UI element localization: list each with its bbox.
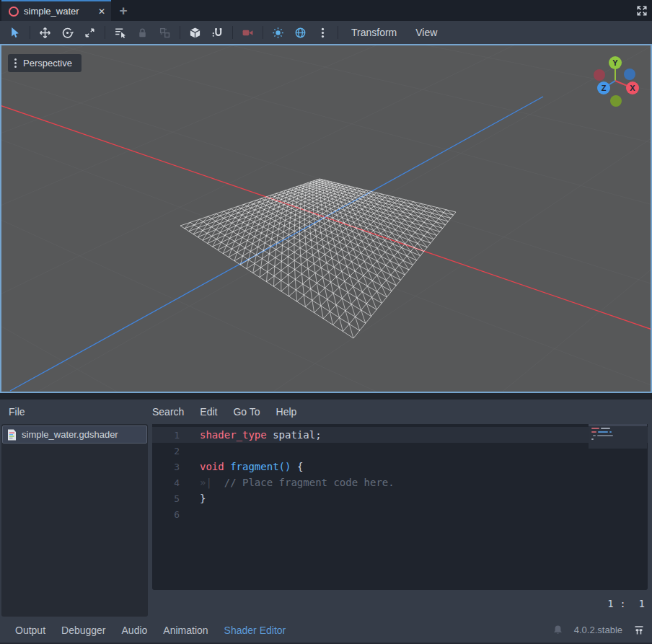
shader-menus-row: File SearchEditGo ToHelp xyxy=(0,400,652,424)
select-list-button[interactable] xyxy=(109,22,131,43)
kebab-menu-icon xyxy=(317,27,329,39)
cursor-column: 1 xyxy=(639,598,645,609)
select-tool-icon xyxy=(9,27,21,39)
environment-button[interactable] xyxy=(289,22,312,43)
minimap-code-mark xyxy=(598,431,608,433)
select-tool-button[interactable] xyxy=(4,22,26,43)
gizmo-z-label: Z xyxy=(602,84,607,92)
cursor-position-status: 1 : 1 xyxy=(152,590,652,617)
toolbar-separator xyxy=(105,26,105,39)
local-space-icon xyxy=(189,27,201,39)
minimap-current-line xyxy=(589,424,647,426)
minimap-code-mark xyxy=(593,435,596,436)
minimap-code-mark xyxy=(609,431,612,433)
scene-circle-icon xyxy=(9,6,19,17)
code-text: shader_type spatial; xyxy=(180,429,322,441)
code-text: } xyxy=(180,493,206,504)
snap-icon xyxy=(211,27,224,39)
shader-file-name: simple_water.gdshader xyxy=(22,429,118,440)
gizmo-y-label: Y xyxy=(612,58,618,67)
line-number: 3 xyxy=(152,462,180,472)
kebab-menu-button[interactable] xyxy=(312,22,334,43)
new-tab-button[interactable]: + xyxy=(111,0,136,21)
scene-tab-bar: simple_water ✕ + xyxy=(0,0,652,21)
rotate-tool-button[interactable] xyxy=(56,22,79,43)
toolbar-separator xyxy=(338,26,338,39)
menu-help[interactable]: Help xyxy=(268,406,305,418)
fullscreen-toggle-button[interactable] xyxy=(635,4,648,17)
minimap-code-mark xyxy=(591,431,596,433)
gizmo-x-label: X xyxy=(630,84,635,92)
viewport-3d[interactable]: Perspective Y X Z xyxy=(0,44,652,393)
toolbar-separator xyxy=(30,26,30,39)
line-number: 1 xyxy=(152,430,180,441)
toolbar-separator xyxy=(263,26,263,39)
panel-position-icon[interactable] xyxy=(633,625,645,636)
local-space-button[interactable] xyxy=(184,22,206,43)
environment-icon xyxy=(294,27,307,39)
toolbar-separator xyxy=(180,26,180,39)
camera-preview-button[interactable] xyxy=(237,22,259,43)
move-tool-button[interactable] xyxy=(34,22,56,43)
menu-search[interactable]: Search xyxy=(152,406,192,418)
move-tool-icon xyxy=(39,27,51,39)
sun-button[interactable] xyxy=(267,22,289,43)
menu-file[interactable]: File xyxy=(9,406,33,418)
code-text: void fragment() { xyxy=(180,461,303,472)
code-line[interactable]: 6 xyxy=(152,506,648,522)
dock-gap xyxy=(0,393,652,400)
code-line[interactable]: 3void fragment() { xyxy=(152,459,648,475)
shader-file-icon xyxy=(7,429,17,441)
minimap-code-mark xyxy=(591,428,599,429)
lock-button[interactable] xyxy=(131,22,154,43)
kebab-menu-icon xyxy=(14,58,17,68)
rotate-tool-icon xyxy=(61,27,74,39)
snap-button[interactable] xyxy=(206,22,229,43)
scene-tab[interactable]: simple_water ✕ xyxy=(1,0,111,21)
perspective-menu-button[interactable]: Perspective xyxy=(8,54,82,72)
toolbar: TransformView xyxy=(0,21,652,44)
group-button[interactable] xyxy=(154,22,176,43)
code-minimap[interactable] xyxy=(589,424,647,449)
toolbar-menu-transform[interactable]: Transform xyxy=(342,21,406,44)
cursor-line: 1 : xyxy=(607,598,625,609)
code-text: »| // Place fragment code here. xyxy=(180,477,395,488)
orientation-gizmo[interactable]: Y X Z xyxy=(572,47,644,113)
scene-tab-title: simple_water xyxy=(24,6,79,17)
line-number: 2 xyxy=(152,446,180,456)
bottom-tab-debugger[interactable]: Debugger xyxy=(53,625,114,636)
menu-edit[interactable]: Edit xyxy=(192,406,225,418)
sun-icon xyxy=(272,27,284,39)
code-line[interactable]: 1shader_type spatial; xyxy=(152,427,648,443)
bottom-tab-shader-editor[interactable]: Shader Editor xyxy=(216,625,294,636)
shader-editor-dock: File SearchEditGo ToHelp simple_water.gd… xyxy=(0,400,652,644)
bottom-tab-animation[interactable]: Animation xyxy=(155,625,216,636)
gizmo-axis-x-negative[interactable] xyxy=(594,69,605,81)
close-icon[interactable]: ✕ xyxy=(98,6,105,17)
gizmo-axis-y-negative[interactable] xyxy=(610,95,622,107)
code-editor[interactable]: 1shader_type spatial;23void fragment() {… xyxy=(152,424,648,590)
scale-tool-icon xyxy=(84,27,96,39)
viewport-scene xyxy=(1,45,651,392)
code-line[interactable]: 4»| // Place fragment code here. xyxy=(152,475,648,490)
toolbar-menu-view[interactable]: View xyxy=(406,21,446,44)
minimap-code-mark xyxy=(591,438,594,440)
group-icon xyxy=(159,27,171,39)
code-line[interactable]: 2 xyxy=(152,443,648,459)
bottom-tab-audio[interactable]: Audio xyxy=(114,625,156,636)
version-label: 4.0.2.stable xyxy=(574,625,622,635)
code-line[interactable]: 5} xyxy=(152,490,648,506)
minimap-code-mark xyxy=(597,435,613,436)
shader-file-item[interactable]: simple_water.gdshader xyxy=(2,425,147,444)
projection-label: Perspective xyxy=(23,58,72,69)
camera-preview-icon xyxy=(242,27,254,39)
bottom-panel-bar: OutputDebuggerAudioAnimationShader Edito… xyxy=(0,617,652,644)
menu-go-to[interactable]: Go To xyxy=(225,406,268,418)
minimap-code-mark xyxy=(601,428,610,429)
shader-file-list: simple_water.gdshader xyxy=(1,424,148,617)
gizmo-axis-z-negative[interactable] xyxy=(624,69,635,80)
scale-tool-button[interactable] xyxy=(79,22,101,43)
bottom-tab-output[interactable]: Output xyxy=(7,625,53,636)
godot-editor-window: { "window": { "scene_tab": { "title": "s… xyxy=(0,0,652,644)
line-number: 6 xyxy=(152,509,180,520)
